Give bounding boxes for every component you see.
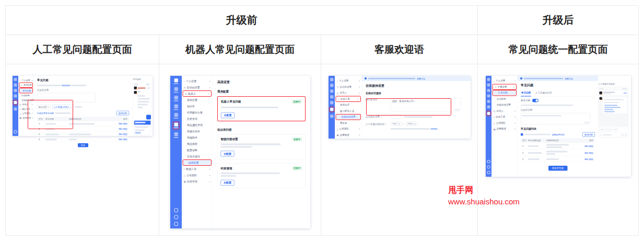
sidebar-app-icon[interactable] [487, 95, 490, 98]
nav-item-smart-follow[interactable]: 智能跟单 [182, 134, 213, 141]
floating-chat-widget[interactable] [134, 114, 151, 135]
usage-guide-link[interactable]: 查看使用说明 [552, 133, 564, 136]
nav-item-apps[interactable]: ▣应用管理 [335, 132, 362, 139]
timeout-input[interactable] [391, 115, 401, 119]
nav-item-online-reception[interactable]: 在线接待设置 [18, 98, 34, 102]
sidebar-app[interactable] [173, 96, 178, 101]
time-to-input[interactable]: 23:00 [405, 122, 417, 126]
nav-item-reception-tools[interactable]: □接待工具 [335, 96, 361, 102]
nav-item-apps[interactable]: ▣应用管理 [491, 126, 518, 132]
sidebar-smart-manage[interactable] [173, 123, 178, 129]
add-question-button[interactable]: 新增问题 [116, 111, 129, 116]
sidebar-app-icon[interactable] [330, 84, 333, 87]
sidebar-app-icon[interactable] [14, 108, 17, 111]
nav-item-general-settings[interactable]: ◇常用设置 [492, 84, 517, 90]
nav-item-snippets[interactable]: 智能片段库 [182, 128, 213, 134]
sidebar-help-icon[interactable] [14, 130, 17, 133]
nav-item-recommend[interactable]: 商品推荐 [182, 141, 213, 147]
save-apply-button[interactable]: 保存并生效 [548, 166, 567, 171]
nav-item-typing-preview[interactable]: 输入即见人员 [335, 108, 362, 114]
sidebar-app-icon[interactable] [330, 101, 333, 105]
delete-link[interactable]: 删除 [589, 145, 593, 147]
delete-link[interactable]: 删除 [123, 123, 127, 125]
notice-detail-link[interactable]: 查看详情 [417, 77, 425, 80]
nav-item-quick-phrases[interactable]: 快捷短语 [335, 102, 362, 108]
nav-item-knowledge-base[interactable]: 知识库 [182, 103, 213, 109]
nav-item-automation[interactable]: ◷自动化设置 [182, 84, 213, 90]
sidebar-settings-icon[interactable] [487, 112, 490, 115]
nav-item-faq[interactable]: 常见问题 [492, 90, 517, 96]
sidebar-app-icon[interactable] [14, 95, 17, 98]
nav-item-team[interactable]: △公司团队 [335, 126, 362, 132]
greeting-textarea[interactable] [521, 113, 590, 124]
emoji-icon[interactable]: ☺ [599, 134, 602, 136]
edit-link[interactable]: 编辑 [118, 123, 122, 125]
greeting-textarea[interactable] [37, 93, 96, 102]
configure-button[interactable]: 去配置 [220, 180, 234, 186]
add-question-button[interactable]: 新增问题 [582, 132, 595, 137]
quick-tag[interactable] [606, 128, 612, 132]
sidebar-app[interactable] [173, 87, 178, 93]
nav-item-personal[interactable]: ○个人设置 [182, 78, 213, 84]
delete-link[interactable]: 删除 [123, 128, 127, 131]
nav-item-auto-reply[interactable]: 自动回复 [491, 96, 518, 102]
sidebar-app-icon[interactable] [487, 78, 490, 81]
time-from-input[interactable]: 9:00 [391, 122, 402, 126]
sidebar-reception-icon[interactable] [14, 101, 17, 104]
nav-item-product-attrs[interactable]: 商品属性管理 [182, 122, 213, 128]
chat-widget-icon[interactable] [146, 114, 151, 119]
nav-item-tools[interactable]: □接待工具 [18, 107, 34, 111]
nav-item-auto-reply[interactable]: 自动回复 [18, 94, 34, 98]
sidebar-help-icon[interactable] [487, 160, 490, 163]
configure-button[interactable]: 去配置 [221, 112, 235, 118]
input-placeholder-skeleton[interactable] [603, 134, 612, 135]
nav-item-personal[interactable]: ○个人设置 [491, 78, 518, 84]
nav-item-faq[interactable]: 常见问题 [19, 88, 33, 94]
checkbox-icon[interactable] [521, 133, 523, 136]
sidebar-reception-icon[interactable] [330, 108, 333, 111]
sidebar-app-icon[interactable] [487, 106, 490, 109]
sidebar-app-icon[interactable] [330, 114, 333, 118]
nav-item-history[interactable]: 历史会话 [182, 116, 213, 122]
delete-link[interactable]: 删除 [123, 133, 127, 136]
delete-link[interactable]: 删除 [589, 158, 593, 160]
nav-item-apps[interactable]: ▣应用管理 [182, 178, 213, 185]
batch-setting-link[interactable]: 批量设置常见问题 [37, 112, 54, 115]
tab-faq[interactable]: 常见问题 [521, 90, 531, 97]
nav-item-basic-settings[interactable]: 基础设置 [182, 97, 213, 103]
sidebar-app[interactable] [173, 105, 178, 110]
nav-item-automation[interactable]: ◷自动化设置 [335, 84, 362, 90]
sidebar-app-icon[interactable] [487, 89, 490, 92]
sidebar-app-icon[interactable] [487, 84, 490, 87]
sidebar-feedback-icon[interactable] [487, 166, 490, 169]
delete-link[interactable]: 删除 [589, 152, 593, 154]
nav-item-robot[interactable]: ◎机器人 [491, 108, 518, 114]
nav-item-team[interactable]: △公司团队 [18, 111, 34, 116]
tab-agent-kb[interactable]: 人工客服知识库 [535, 90, 553, 97]
sidebar-app-icon[interactable] [14, 84, 17, 87]
nav-item-result-solution[interactable]: 结果解决方案 [182, 109, 213, 116]
sort-select[interactable]: 默认排序 [37, 105, 51, 109]
more-icon[interactable] [625, 134, 627, 136]
nav-item-online-reception[interactable]: 在线接待设置 [491, 102, 518, 108]
sidebar-app-icon[interactable] [330, 78, 333, 82]
nav-item-personal[interactable]: ○个人设置 [335, 78, 362, 84]
quick-tag[interactable] [599, 128, 605, 132]
notice-detail-link[interactable]: 查看详情 [565, 77, 573, 80]
edit-link[interactable]: 编辑 [118, 139, 122, 141]
sidebar-app[interactable] [173, 113, 178, 119]
sidebar-app-icon[interactable] [487, 100, 490, 103]
sidebar-feedback-icon[interactable] [174, 215, 178, 220]
nav-item-robot[interactable]: ◎机器人 [182, 90, 212, 97]
nav-item-data-tools[interactable]: □数据工具 [182, 166, 213, 172]
edit-link[interactable]: 编辑 [584, 158, 588, 160]
sidebar-app-icon[interactable] [330, 89, 333, 93]
channel-select[interactable]: 人工客服+机器人 [52, 105, 73, 109]
nav-item-general-settings[interactable]: ◇常用设置 [19, 83, 33, 88]
edit-link[interactable]: 编辑 [584, 145, 588, 147]
welcome-textarea[interactable]: 您好，欢迎光临小店~ [391, 98, 461, 112]
nav-item-apps[interactable]: ▣应用管理 [18, 116, 34, 120]
sidebar-app-icon[interactable] [14, 89, 17, 92]
sidebar-app-icon[interactable] [330, 95, 333, 99]
configure-button[interactable]: 去配置 [220, 151, 234, 157]
